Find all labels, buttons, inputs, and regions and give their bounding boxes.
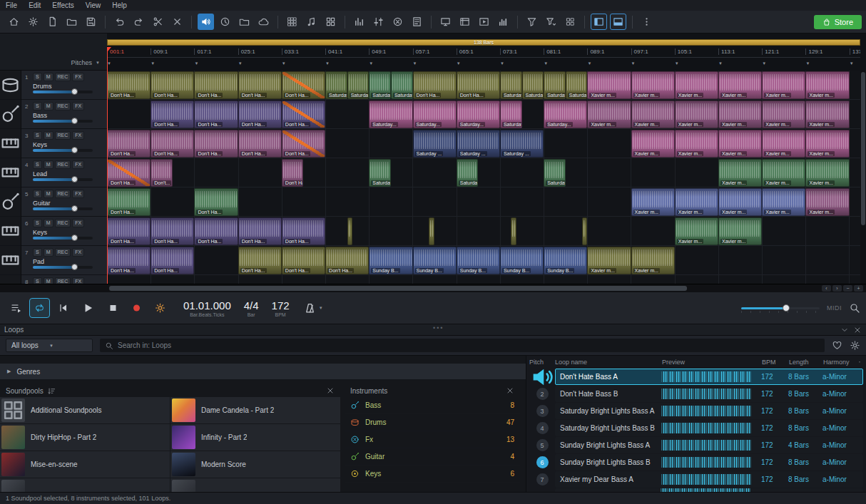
audio-clip[interactable]: Don't Ha... <box>151 217 194 245</box>
audio-clip[interactable]: Xavier m... <box>762 101 805 128</box>
object-filter-icon[interactable] <box>524 14 540 30</box>
track-volume-slider[interactable] <box>33 91 93 93</box>
audio-clip[interactable]: Saturday ... <box>457 159 479 187</box>
audio-clip[interactable]: Xavier m... <box>675 188 718 216</box>
section-marker[interactable]: ▼ <box>238 61 243 66</box>
audio-clip[interactable] <box>582 217 588 245</box>
audio-clip[interactable]: Saturday... <box>544 71 566 99</box>
volume-knob[interactable] <box>71 235 78 241</box>
track-volume-slider[interactable] <box>33 149 93 152</box>
audio-clip[interactable]: Sunday B... <box>500 247 544 274</box>
pitch-cell[interactable]: 7 <box>529 473 555 485</box>
audio-meters-icon[interactable] <box>351 14 367 30</box>
loop-row[interactable]: 6Sunday Bright Lights Bass B1728 Barsa-M… <box>529 454 863 470</box>
audio-clip[interactable]: Don't Ha... <box>282 130 325 158</box>
audio-clip[interactable]: Xavier m... <box>675 71 718 99</box>
track-fx-button[interactable]: FX <box>72 73 84 81</box>
audio-clip[interactable]: Xavier m... <box>762 130 805 158</box>
bar-ruler[interactable]: 001:1009:1017:1025:1033:1041:1049:1057:1… <box>107 47 860 58</box>
loop-row[interactable]: 4Saturday Bright Lights Bass B1728 Barsa… <box>529 420 863 436</box>
section-marker[interactable]: ▼ <box>587 61 591 66</box>
pitch-cell[interactable]: 4 <box>529 422 555 434</box>
clear-selection-icon[interactable] <box>326 386 335 395</box>
panel-toggle-instrument-icon[interactable] <box>610 14 626 30</box>
effects-rack-icon[interactable] <box>389 14 406 30</box>
audio-clip[interactable]: Don't Ha... <box>194 101 238 128</box>
home-icon[interactable] <box>6 14 22 30</box>
track-s-button[interactable]: S <box>33 102 42 110</box>
save-project-icon[interactable] <box>83 14 99 30</box>
section-marker[interactable]: ▼ <box>369 61 373 66</box>
undo-icon[interactable] <box>111 14 128 30</box>
track-fx-button[interactable]: FX <box>72 160 84 169</box>
volume-knob[interactable] <box>71 147 78 153</box>
menu-edit[interactable]: Edit <box>29 1 41 9</box>
audio-clip[interactable]: Xavier m... <box>805 130 849 158</box>
section-marker[interactable]: ▼ <box>631 61 636 66</box>
instrument-item[interactable]: Guitar4 <box>345 448 520 466</box>
audio-clip[interactable]: Don't Ha... <box>151 101 194 128</box>
soundpool-item[interactable]: Dirty HipHop - Part 2 <box>0 424 170 451</box>
track-s-button[interactable]: S <box>33 131 42 140</box>
track-volume-slider[interactable] <box>33 237 93 240</box>
audio-clip[interactable] <box>429 217 434 245</box>
track-s-button[interactable]: S <box>33 277 42 284</box>
track-volume-slider[interactable] <box>33 120 93 123</box>
master-volume-slider[interactable] <box>741 303 820 313</box>
audio-clip[interactable]: Don't Ha... <box>107 71 151 99</box>
track-fx-button[interactable]: FX <box>72 277 84 284</box>
soundpool-item[interactable]: Modern Score <box>170 451 340 478</box>
loop-toggle-button[interactable] <box>29 298 50 318</box>
audio-clip[interactable]: Sunday B... <box>369 247 412 274</box>
audio-clip[interactable]: Xavier m... <box>631 71 675 99</box>
pitch-circle[interactable]: 6 <box>536 456 549 468</box>
cut-icon[interactable] <box>150 14 166 30</box>
playing-speaker-icon[interactable] <box>529 364 555 390</box>
horizontal-scrollbar-thumb[interactable] <box>109 286 687 291</box>
audio-clip[interactable]: Saturday... <box>566 71 588 99</box>
record-button[interactable] <box>126 298 147 318</box>
track-rec-button[interactable]: REC <box>55 131 71 140</box>
track-m-button[interactable]: M <box>44 102 54 110</box>
track-s-button[interactable]: S <box>33 160 42 169</box>
audio-clip[interactable]: Saturday... <box>369 101 412 128</box>
audio-clip[interactable] <box>347 217 353 245</box>
vertical-scrollbar-thumb[interactable] <box>861 72 865 225</box>
track-s-button[interactable]: S <box>33 248 42 257</box>
skip-to-start-button[interactable] <box>53 298 73 318</box>
audio-clip[interactable]: Xavier m... <box>718 159 762 187</box>
loop-row-body[interactable]: Sunday Bright Lights Bass B1728 Barsa-Mi… <box>555 454 863 470</box>
audio-clip[interactable]: Don't Ha... <box>151 247 194 274</box>
loop-preview[interactable] <box>661 423 761 433</box>
pitch-circle[interactable]: 4 <box>536 422 549 434</box>
track-s-button[interactable]: S <box>33 73 42 81</box>
audio-clip[interactable]: Xavier m... <box>631 130 675 158</box>
audio-clip[interactable]: Don't Ha... <box>194 71 238 99</box>
soundpool-item[interactable]: Dame Candela - Part 2 <box>170 397 340 423</box>
track-m-button[interactable]: M <box>44 248 54 257</box>
loop-preview[interactable] <box>661 457 761 468</box>
audio-clip[interactable]: Xavier m... <box>631 247 675 274</box>
cloud-sync-icon[interactable] <box>255 14 272 30</box>
section-marker[interactable]: ▼ <box>325 61 330 66</box>
track-m-button[interactable]: M <box>44 277 54 284</box>
audio-clip[interactable]: Don't Ha... <box>107 188 151 216</box>
section-marker[interactable]: ▼ <box>151 61 155 66</box>
search-icon[interactable] <box>849 302 860 314</box>
speaker-monitor-icon[interactable] <box>198 14 214 30</box>
audio-clip[interactable]: Xavier m... <box>718 217 762 245</box>
pitch-circle[interactable]: 7 <box>536 473 549 485</box>
soundpool-item[interactable]: Infinity - Part 2 <box>170 424 340 451</box>
audio-clip[interactable]: Don't Ha... <box>325 247 369 274</box>
scroll-right-button[interactable]: › <box>832 285 842 292</box>
track-volume-slider[interactable] <box>33 207 93 210</box>
soundpool-item[interactable]: Additional Soundpools <box>0 397 170 423</box>
section-marker[interactable]: ▼ <box>194 61 198 66</box>
mixer-faders-icon[interactable] <box>370 14 387 30</box>
pitch-cell[interactable]: 5 <box>529 439 555 451</box>
loop-row-body[interactable]: Saturday Bright Lights Bass B1728 Barsa-… <box>555 420 863 436</box>
arrangement-list-icon[interactable] <box>6 298 26 318</box>
pitch-cell[interactable]: 6 <box>529 456 555 468</box>
video-monitor-icon[interactable] <box>437 14 454 30</box>
panel-resize-handle[interactable]: ••• <box>433 324 444 331</box>
